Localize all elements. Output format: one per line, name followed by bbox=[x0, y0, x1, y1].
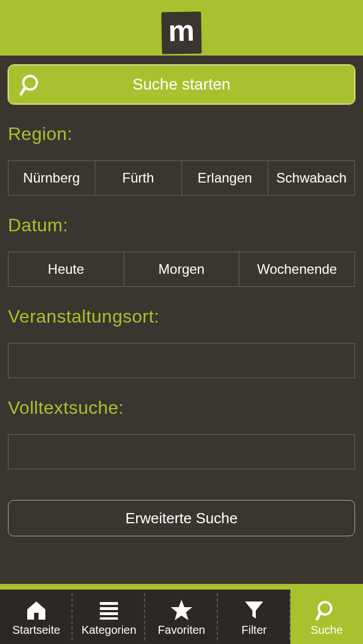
svg-rect-2 bbox=[100, 602, 118, 605]
nav-search[interactable]: Suche bbox=[290, 590, 363, 644]
start-search-label: Suche starten bbox=[133, 75, 231, 94]
search-icon bbox=[20, 73, 44, 96]
region-group: Nürnberg Fürth Erlangen Schwabach bbox=[8, 160, 355, 196]
fulltext-input[interactable] bbox=[8, 434, 355, 469]
nav-home-label: Startseite bbox=[12, 624, 60, 635]
nav-favorites[interactable]: Favoriten bbox=[145, 590, 218, 644]
advanced-search-button[interactable]: Erweiterte Suche bbox=[8, 500, 355, 536]
region-label: Region: bbox=[8, 124, 355, 145]
nav-home[interactable]: Startseite bbox=[0, 590, 73, 644]
search-form: Suche starten Region: Nürnberg Fürth Erl… bbox=[0, 56, 363, 536]
svg-rect-3 bbox=[100, 607, 118, 610]
app-logo: m bbox=[161, 11, 201, 54]
region-option[interactable]: Fürth bbox=[95, 160, 182, 196]
region-option[interactable]: Nürnberg bbox=[8, 160, 95, 196]
list-icon bbox=[98, 598, 120, 622]
advanced-search-label: Erweiterte Suche bbox=[125, 510, 238, 527]
nav-filter[interactable]: Filter bbox=[218, 590, 290, 644]
region-option[interactable]: Erlangen bbox=[182, 160, 269, 196]
nav-filter-label: Filter bbox=[242, 624, 267, 635]
venue-label: Veranstaltungsort: bbox=[8, 306, 355, 327]
start-search-button[interactable]: Suche starten bbox=[8, 65, 355, 104]
date-option[interactable]: Heute bbox=[8, 252, 124, 287]
svg-rect-4 bbox=[100, 612, 118, 615]
funnel-icon bbox=[243, 598, 265, 622]
svg-rect-5 bbox=[100, 617, 118, 620]
nav-categories-label: Kategorien bbox=[82, 624, 137, 635]
star-icon bbox=[170, 598, 193, 622]
app-header: m bbox=[0, 0, 363, 56]
accent-strip bbox=[0, 584, 363, 590]
date-option[interactable]: Morgen bbox=[124, 252, 240, 287]
fulltext-label: Volltextsuche: bbox=[8, 397, 355, 418]
app-logo-text: m bbox=[168, 16, 195, 46]
svg-line-1 bbox=[21, 88, 25, 94]
nav-search-label: Suche bbox=[311, 624, 343, 635]
nav-favorites-label: Favoriten bbox=[158, 624, 205, 635]
bottom-nav: Startseite Kategorien Favoriten Filter bbox=[0, 590, 363, 644]
svg-line-7 bbox=[317, 613, 320, 619]
search-icon bbox=[315, 598, 338, 622]
venue-input[interactable] bbox=[8, 343, 355, 378]
date-option[interactable]: Wochenende bbox=[239, 252, 355, 287]
region-option[interactable]: Schwabach bbox=[268, 160, 355, 196]
home-icon bbox=[25, 598, 48, 622]
date-group: Heute Morgen Wochenende bbox=[8, 252, 355, 287]
nav-categories[interactable]: Kategorien bbox=[73, 590, 145, 644]
date-label: Datum: bbox=[8, 215, 355, 236]
